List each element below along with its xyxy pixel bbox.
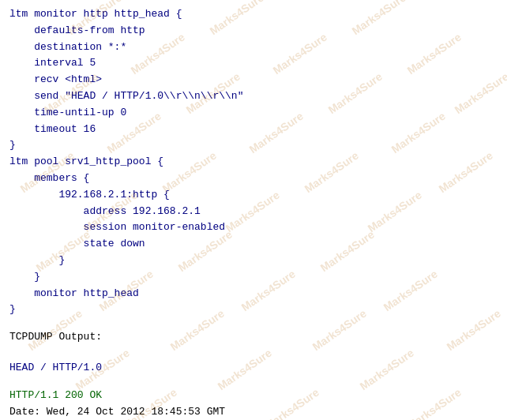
tcpdump-label: TCPDUMP Output:: [9, 329, 498, 346]
gap1: [9, 318, 498, 329]
code-line: destination *:*: [9, 39, 498, 56]
response-line: HTTP/1.1 200 OK: [9, 388, 498, 404]
http-request: HEAD / HTTP/1.0: [9, 360, 498, 377]
code-line: timeout 16: [9, 122, 498, 138]
code-line: recv <html>: [9, 72, 498, 88]
code-line: ltm pool srv1_http_pool {: [9, 154, 498, 171]
code-line: 192.168.2.1:http {: [9, 187, 498, 204]
code-line: interval 5: [9, 55, 498, 72]
code-line: state down: [9, 236, 498, 253]
code-line: send "HEAD / HTTP/1.0\\r\\n\\r\\n": [9, 88, 498, 105]
code-line: ltm monitor http http_head {: [9, 6, 498, 23]
code-area: ltm monitor http http_head { defaults-fr…: [0, 0, 507, 420]
code-line: monitor http_head: [9, 286, 498, 302]
code-line: members {: [9, 171, 498, 187]
code-block: ltm monitor http http_head { defaults-fr…: [9, 6, 498, 318]
code-line: address 192.168.2.1: [9, 204, 498, 220]
code-line: }: [9, 302, 498, 318]
http-request-text: HEAD / HTTP/1.0: [9, 362, 102, 373]
code-line: session monitor-enabled: [9, 219, 498, 236]
gap2: [9, 346, 498, 357]
response-line: Date: Wed, 24 Oct 2012 18:45:53 GMT: [9, 404, 498, 420]
code-line: }: [9, 137, 498, 154]
code-line: time-until-up 0: [9, 105, 498, 122]
http-response-block: HTTP/1.1 200 OKDate: Wed, 24 Oct 2012 18…: [9, 388, 498, 420]
code-line: defaults-from http: [9, 23, 498, 39]
code-line: }: [9, 253, 498, 269]
tcpdump-label-text: TCPDUMP Output:: [9, 331, 102, 343]
code-line: }: [9, 269, 498, 286]
gap3: [9, 377, 498, 388]
